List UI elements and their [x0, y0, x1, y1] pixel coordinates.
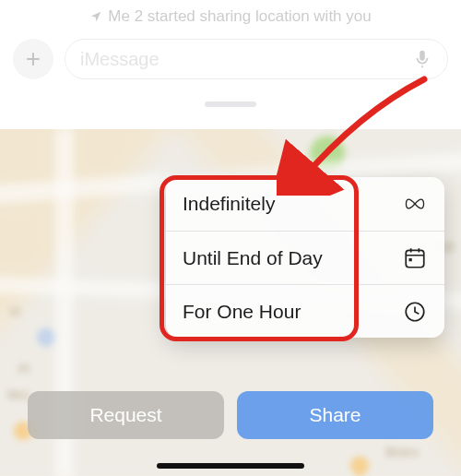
infinity-icon — [402, 192, 428, 216]
status-text: Me 2 started sharing location with you — [108, 7, 371, 26]
request-button[interactable]: Request — [28, 391, 224, 439]
plus-icon: + — [26, 44, 41, 74]
microphone-icon — [412, 49, 432, 69]
home-indicator — [157, 463, 304, 469]
option-label: For One Hour — [183, 301, 301, 323]
request-label: Request — [89, 404, 161, 426]
option-label: Until End of Day — [183, 247, 323, 269]
option-label: Indefinitely — [183, 193, 275, 215]
app-drawer-grabber[interactable] — [205, 101, 256, 107]
share-button[interactable]: Share — [237, 391, 433, 439]
svg-rect-4 — [409, 258, 412, 261]
share-label: Share — [309, 404, 361, 426]
calendar-icon — [402, 246, 428, 270]
option-end-of-day[interactable]: Until End of Day — [166, 231, 444, 284]
svg-rect-0 — [406, 250, 424, 267]
dictate-button[interactable] — [412, 49, 432, 69]
message-input[interactable]: iMessage — [65, 39, 448, 79]
location-arrow-icon — [89, 10, 102, 23]
message-placeholder: iMessage — [80, 49, 160, 70]
option-one-hour[interactable]: For One Hour — [166, 284, 444, 338]
share-duration-popup: Indefinitely Until End of Day For One Ho… — [166, 177, 444, 338]
add-button[interactable]: + — [13, 39, 53, 79]
clock-icon — [402, 300, 428, 324]
status-line: Me 2 started sharing location with you — [13, 6, 448, 26]
option-indefinitely[interactable]: Indefinitely — [166, 177, 444, 231]
